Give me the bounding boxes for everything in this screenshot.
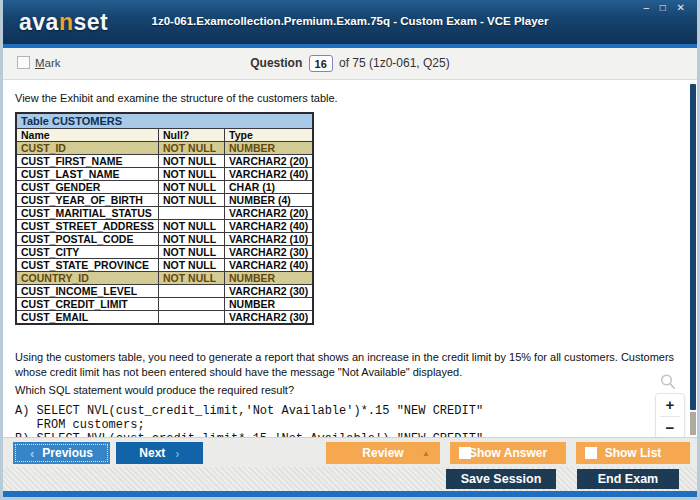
- question-prompt: Which SQL statement would produce the re…: [15, 384, 294, 396]
- checkbox-icon[interactable]: [585, 447, 597, 459]
- minimize-icon[interactable]: –: [641, 2, 653, 13]
- checkbox-icon[interactable]: [459, 447, 471, 459]
- table-row: CUST_GENDERNOT NULLCHAR (1): [16, 180, 313, 193]
- magnifier-icon[interactable]: [659, 373, 676, 390]
- next-button[interactable]: Next›: [116, 442, 203, 464]
- question-label: Question: [250, 56, 302, 70]
- table-row: CUST_POSTAL_CODENOT NULLVARCHAR2 (10): [16, 232, 313, 245]
- close-icon[interactable]: ✕: [675, 2, 689, 13]
- question-body: Using the customers table, you need to g…: [15, 350, 677, 380]
- show-list-button[interactable]: Show List: [576, 442, 690, 464]
- table-row: CUST_MARITIAL_STATUSVARCHAR2 (20): [16, 206, 313, 219]
- exhibit-table-body: CUST_IDNOT NULLNUMBERCUST_FIRST_NAMENOT …: [16, 141, 313, 324]
- bottom-accent-strip: [3, 491, 697, 497]
- column-header-type: Type: [225, 128, 314, 141]
- triangle-up-icon: ▲: [422, 449, 430, 458]
- table-row: CUST_STATE_PROVINCENOT NULLVARCHAR2 (40): [16, 258, 313, 271]
- table-row: CUST_STREET_ADDRESSNOT NULLVARCHAR2 (40): [16, 219, 313, 232]
- window-title: 1z0-061.Examcollection.Premium.Exam.75q …: [3, 15, 697, 27]
- chevron-left-icon: ‹: [30, 446, 34, 461]
- question-number-input[interactable]: [309, 55, 333, 72]
- window-controls: – □ ✕: [641, 2, 689, 13]
- scrollbar-stub: [690, 412, 696, 435]
- zoom-controls: + −: [655, 393, 685, 437]
- table-row: COUNTRY_IDNOT NULLNUMBER: [16, 271, 313, 284]
- zoom-out-button[interactable]: −: [656, 417, 684, 437]
- save-session-button[interactable]: Save Session: [446, 469, 556, 489]
- review-button[interactable]: Review▲: [326, 442, 440, 464]
- titlebar: avanset 1z0-061.Examcollection.Premium.E…: [3, 0, 697, 44]
- table-row: CUST_EMAILVARCHAR2 (30): [16, 310, 313, 324]
- exhibit-title: Table CUSTOMERS: [16, 113, 313, 128]
- session-bar: Save Session End Exam: [3, 467, 697, 491]
- answer-option-a: A) SELECT NVL(cust_credit_limit,'Not Ava…: [15, 404, 483, 432]
- question-count: of 75 (1z0-061, Q25): [339, 56, 450, 70]
- scrollbar-thumb[interactable]: [690, 84, 696, 410]
- table-row: CUST_LAST_NAMENOT NULLVARCHAR2 (40): [16, 167, 313, 180]
- question-content: View the Exhibit and examine the structu…: [3, 80, 697, 437]
- chevron-right-icon: ›: [175, 446, 179, 461]
- table-row: CUST_CREDIT_LIMITNUMBER: [16, 297, 313, 310]
- column-header-name: Name: [16, 128, 159, 141]
- end-exam-button[interactable]: End Exam: [577, 469, 679, 489]
- column-header-null: Null?: [159, 128, 225, 141]
- question-header: Mark Question of 75 (1z0-061, Q25): [3, 48, 697, 80]
- table-row: CUST_INCOME_LEVELVARCHAR2 (30): [16, 284, 313, 297]
- table-row: CUST_FIRST_NAMENOT NULLVARCHAR2 (20): [16, 154, 313, 167]
- maximize-icon[interactable]: □: [658, 2, 670, 13]
- navigation-bar: ‹Previous Next› Review▲ Show Answer Show…: [3, 437, 697, 467]
- scrollbar[interactable]: [690, 82, 696, 435]
- previous-button[interactable]: ‹Previous: [13, 442, 110, 464]
- table-row: CUST_CITYNOT NULLVARCHAR2 (30): [16, 245, 313, 258]
- vce-player-window: avanset 1z0-061.Examcollection.Premium.E…: [0, 0, 700, 500]
- question-nav: Question of 75 (1z0-061, Q25): [3, 55, 697, 72]
- exhibit-table: Table CUSTOMERS Name Null? Type CUST_IDN…: [15, 112, 314, 325]
- question-intro: View the Exhibit and examine the structu…: [15, 92, 338, 104]
- zoom-in-button[interactable]: +: [656, 394, 684, 416]
- table-row: CUST_YEAR_OF_BIRTHNOT NULLNUMBER (4): [16, 193, 313, 206]
- table-row: CUST_IDNOT NULLNUMBER: [16, 141, 313, 154]
- show-answer-button[interactable]: Show Answer: [450, 442, 566, 464]
